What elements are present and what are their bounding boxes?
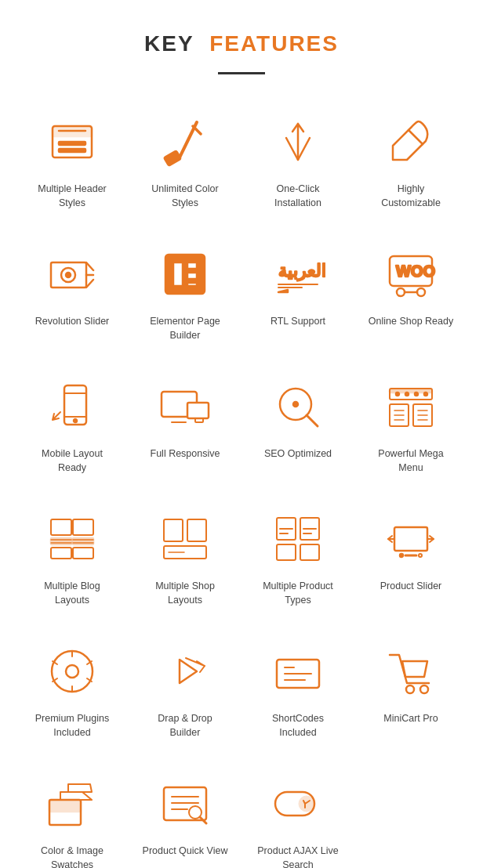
premium-plugins-icon <box>41 640 104 703</box>
svg-rect-75 <box>394 527 427 551</box>
feature-label-minicart-pro: MiniCart Pro <box>383 712 438 726</box>
svg-rect-18 <box>187 273 197 279</box>
feature-item-multiple-product-types: Multiple Product Types <box>242 495 354 620</box>
svg-text:العربية: العربية <box>278 261 325 281</box>
page-header: KEY FEATURES <box>0 0 483 74</box>
feature-label-seo-optimized: SEO Optimized <box>264 447 332 461</box>
seo-icon <box>267 375 329 438</box>
minicart-icon <box>380 640 442 703</box>
svg-point-11 <box>66 273 71 277</box>
svg-text:WOO: WOO <box>396 262 435 280</box>
feature-label-one-click-installation: One-Click Installation <box>255 183 341 210</box>
responsive-icon <box>154 375 216 438</box>
svg-rect-62 <box>73 548 93 559</box>
feature-item-drag-drop-builder: Drap & Drop Builder <box>129 627 242 752</box>
customizable-icon <box>380 110 442 173</box>
svg-rect-33 <box>187 403 209 418</box>
feature-label-multiple-header-styles: Multiple Header Styles <box>29 183 115 210</box>
svg-rect-64 <box>187 519 206 541</box>
revolution-slider-icon <box>41 243 104 306</box>
one-click-icon <box>267 110 329 173</box>
color-styles-icon <box>154 110 216 173</box>
shortcodes-icon <box>267 640 329 703</box>
feature-label-multiple-shop-layouts: Multiple Shop Layouts <box>142 580 228 607</box>
feature-item-product-slider: Product Slider <box>354 495 467 620</box>
svg-rect-6 <box>164 150 181 165</box>
feature-item-online-shop-ready: WOOOnline Shop Ready <box>354 230 467 355</box>
feature-label-rtl-support: RTL Support <box>271 315 325 329</box>
svg-rect-96 <box>49 800 81 812</box>
svg-rect-69 <box>277 544 296 560</box>
svg-point-94 <box>420 685 428 693</box>
feature-item-color-image-swatches: Color & Image Swatches <box>16 760 129 868</box>
feature-label-premium-plugins: Premium Plugins Included <box>29 712 115 740</box>
feature-item-seo-optimized: SEO Optimized <box>242 363 354 487</box>
feature-item-multiple-blog-layouts: Multiple Blog Layouts <box>16 495 129 620</box>
svg-rect-4 <box>59 149 85 152</box>
svg-rect-53 <box>51 519 71 535</box>
svg-line-12 <box>86 262 93 270</box>
feature-label-unlimited-color-styles: Unlimited Color Styles <box>142 183 228 210</box>
feature-label-product-ajax-live-search: Product AJAX Live Search <box>255 844 341 868</box>
feature-item-multiple-shop-layouts: Multiple Shop Layouts <box>129 495 242 620</box>
features-grid: Multiple Header StylesUnlimited Color St… <box>0 98 483 868</box>
feature-item-highly-customizable: Highly Customizable <box>354 98 467 222</box>
feature-label-revolution-slider: Revolution Slider <box>35 315 110 329</box>
svg-rect-17 <box>187 262 197 269</box>
svg-point-83 <box>66 665 78 678</box>
feature-item-one-click-installation: One-Click Installation <box>242 98 354 222</box>
svg-point-31 <box>74 419 77 422</box>
feature-item-shortcodes-included: ShortCodes Included <box>242 627 354 752</box>
svg-point-44 <box>424 392 427 396</box>
title-divider <box>218 72 265 74</box>
feature-item-elementor-page-builder: Elementor Page Builder <box>129 230 242 355</box>
feature-label-full-responsive: Full Responsive <box>151 447 220 461</box>
feature-label-multiple-product-types: Multiple Product Types <box>255 580 341 607</box>
feature-label-product-slider: Product Slider <box>380 580 442 594</box>
svg-rect-58 <box>73 538 93 544</box>
feature-item-premium-plugins: Premium Plugins Included <box>16 627 129 752</box>
svg-point-26 <box>417 288 425 296</box>
feature-item-product-quick-view: Product Quick View <box>129 760 242 868</box>
svg-point-79 <box>400 554 403 557</box>
page-title: KEY FEATURES <box>0 0 483 72</box>
shop-layouts-icon <box>154 508 216 570</box>
svg-point-42 <box>405 392 409 396</box>
svg-rect-16 <box>173 262 183 286</box>
swatches-icon <box>41 772 104 835</box>
feature-label-highly-customizable: Highly Customizable <box>368 183 454 210</box>
feature-label-shortcodes-included: ShortCodes Included <box>255 712 341 740</box>
svg-rect-70 <box>300 544 319 560</box>
svg-rect-63 <box>164 519 183 541</box>
mobile-icon <box>41 375 104 438</box>
svg-point-104 <box>299 796 314 812</box>
svg-rect-19 <box>187 283 197 286</box>
feature-item-rtl-support: العربيةRTL Support <box>242 230 354 355</box>
ajax-search-icon <box>267 772 329 835</box>
svg-point-25 <box>397 288 405 296</box>
svg-rect-3 <box>59 142 85 145</box>
svg-rect-15 <box>165 255 205 294</box>
feature-label-drag-drop-builder: Drap & Drop Builder <box>142 712 228 740</box>
feature-label-mobile-layout-ready: Mobile Layout Ready <box>29 447 115 475</box>
product-slider-icon <box>380 508 442 570</box>
svg-point-93 <box>406 685 414 693</box>
blog-layouts-icon <box>41 508 104 570</box>
svg-rect-57 <box>73 519 93 535</box>
svg-rect-61 <box>51 548 71 559</box>
feature-item-full-responsive: Full Responsive <box>129 363 242 487</box>
drag-drop-icon <box>154 640 216 703</box>
quick-view-icon <box>154 772 216 835</box>
feature-label-online-shop-ready: Online Shop Ready <box>369 315 453 329</box>
feature-item-powerful-mega-menu: Powerful Mega Menu <box>354 363 467 487</box>
feature-label-multiple-blog-layouts: Multiple Blog Layouts <box>29 580 115 607</box>
svg-point-38 <box>293 402 298 407</box>
elementor-icon <box>154 243 216 306</box>
feature-item-unlimited-color-styles: Unlimited Color Styles <box>129 98 242 222</box>
feature-label-product-quick-view: Product Quick View <box>143 844 228 859</box>
woo-icon: WOO <box>380 243 442 306</box>
feature-item-minicart-pro: MiniCart Pro <box>354 627 467 752</box>
svg-rect-34 <box>195 418 203 422</box>
feature-item-multiple-header-styles: Multiple Header Styles <box>16 98 129 222</box>
header-styles-icon <box>41 110 104 173</box>
